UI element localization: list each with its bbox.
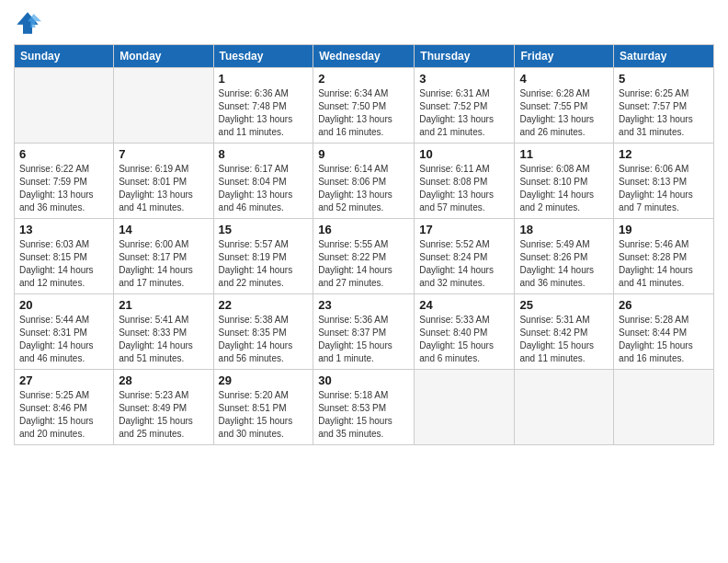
calendar-cell xyxy=(15,68,114,144)
calendar-cell: 9Sunrise: 6:14 AMSunset: 8:06 PMDaylight… xyxy=(313,144,415,219)
day-info: Sunrise: 6:31 AMSunset: 7:52 PMDaylight:… xyxy=(419,87,509,139)
day-number: 1 xyxy=(219,72,309,86)
day-info: Sunrise: 6:25 AMSunset: 7:57 PMDaylight:… xyxy=(619,87,709,139)
day-info: Sunrise: 6:14 AMSunset: 8:06 PMDaylight:… xyxy=(318,163,409,214)
calendar-cell: 4Sunrise: 6:28 AMSunset: 7:55 PMDaylight… xyxy=(515,68,614,144)
calendar-cell xyxy=(415,370,515,445)
calendar-cell: 2Sunrise: 6:34 AMSunset: 7:50 PMDaylight… xyxy=(313,68,415,144)
day-info: Sunrise: 5:55 AMSunset: 8:22 PMDaylight:… xyxy=(318,238,409,290)
day-number: 13 xyxy=(19,223,108,236)
day-number: 7 xyxy=(119,147,208,161)
calendar-week-row: 13Sunrise: 6:03 AMSunset: 8:15 PMDayligh… xyxy=(15,219,714,294)
calendar-cell xyxy=(614,370,714,445)
calendar-week-row: 27Sunrise: 5:25 AMSunset: 8:46 PMDayligh… xyxy=(15,370,714,445)
day-info: Sunrise: 6:03 AMSunset: 8:15 PMDaylight:… xyxy=(19,238,108,290)
day-number: 27 xyxy=(19,373,108,387)
calendar-cell: 21Sunrise: 5:41 AMSunset: 8:33 PMDayligh… xyxy=(114,294,213,370)
calendar-cell: 27Sunrise: 5:25 AMSunset: 8:46 PMDayligh… xyxy=(15,370,114,445)
calendar-table: SundayMondayTuesdayWednesdayThursdayFrid… xyxy=(14,44,714,445)
calendar-cell: 8Sunrise: 6:17 AMSunset: 8:04 PMDaylight… xyxy=(213,144,313,219)
calendar-cell: 24Sunrise: 5:33 AMSunset: 8:40 PMDayligh… xyxy=(415,294,515,370)
day-info: Sunrise: 5:33 AMSunset: 8:40 PMDaylight:… xyxy=(419,314,509,365)
day-info: Sunrise: 6:08 AMSunset: 8:10 PMDaylight:… xyxy=(519,163,609,214)
day-info: Sunrise: 6:36 AMSunset: 7:48 PMDaylight:… xyxy=(219,87,309,139)
day-info: Sunrise: 5:57 AMSunset: 8:19 PMDaylight:… xyxy=(219,238,309,290)
day-number: 5 xyxy=(619,72,709,86)
logo-icon xyxy=(14,9,41,37)
calendar-cell xyxy=(114,68,213,144)
calendar-cell: 7Sunrise: 6:19 AMSunset: 8:01 PMDaylight… xyxy=(114,144,213,219)
day-info: Sunrise: 6:00 AMSunset: 8:17 PMDaylight:… xyxy=(119,238,208,290)
day-number: 24 xyxy=(419,298,509,312)
day-info: Sunrise: 5:36 AMSunset: 8:37 PMDaylight:… xyxy=(318,314,409,365)
calendar-cell: 14Sunrise: 6:00 AMSunset: 8:17 PMDayligh… xyxy=(114,219,213,294)
day-number: 23 xyxy=(318,298,409,312)
calendar-week-row: 6Sunrise: 6:22 AMSunset: 7:59 PMDaylight… xyxy=(15,144,714,219)
col-header-saturday: Saturday xyxy=(614,45,714,68)
calendar-cell: 11Sunrise: 6:08 AMSunset: 8:10 PMDayligh… xyxy=(515,144,614,219)
day-info: Sunrise: 6:19 AMSunset: 8:01 PMDaylight:… xyxy=(119,163,208,214)
day-number: 6 xyxy=(19,147,108,161)
day-number: 28 xyxy=(119,373,208,387)
header xyxy=(14,9,714,37)
calendar-cell xyxy=(515,370,614,445)
day-number: 15 xyxy=(219,223,309,236)
day-number: 17 xyxy=(419,223,509,236)
calendar-cell: 3Sunrise: 6:31 AMSunset: 7:52 PMDaylight… xyxy=(415,68,515,144)
day-number: 3 xyxy=(419,72,509,86)
day-info: Sunrise: 5:44 AMSunset: 8:31 PMDaylight:… xyxy=(19,314,108,365)
day-number: 11 xyxy=(519,147,609,161)
day-number: 20 xyxy=(19,298,108,312)
day-number: 4 xyxy=(519,72,609,86)
calendar-cell: 23Sunrise: 5:36 AMSunset: 8:37 PMDayligh… xyxy=(313,294,415,370)
day-info: Sunrise: 6:28 AMSunset: 7:55 PMDaylight:… xyxy=(519,87,609,139)
day-number: 10 xyxy=(419,147,509,161)
calendar-header-row: SundayMondayTuesdayWednesdayThursdayFrid… xyxy=(15,45,714,68)
logo xyxy=(14,9,45,37)
calendar-cell: 17Sunrise: 5:52 AMSunset: 8:24 PMDayligh… xyxy=(415,219,515,294)
day-number: 19 xyxy=(619,223,709,236)
day-info: Sunrise: 6:11 AMSunset: 8:08 PMDaylight:… xyxy=(419,163,509,214)
day-number: 30 xyxy=(318,373,409,387)
day-info: Sunrise: 5:38 AMSunset: 8:35 PMDaylight:… xyxy=(219,314,309,365)
col-header-thursday: Thursday xyxy=(415,45,515,68)
calendar-cell: 20Sunrise: 5:44 AMSunset: 8:31 PMDayligh… xyxy=(15,294,114,370)
calendar-cell: 19Sunrise: 5:46 AMSunset: 8:28 PMDayligh… xyxy=(614,219,714,294)
day-info: Sunrise: 6:22 AMSunset: 7:59 PMDaylight:… xyxy=(19,163,108,214)
day-number: 25 xyxy=(519,298,609,312)
day-info: Sunrise: 5:49 AMSunset: 8:26 PMDaylight:… xyxy=(519,238,609,290)
day-info: Sunrise: 5:23 AMSunset: 8:49 PMDaylight:… xyxy=(119,389,208,441)
day-number: 26 xyxy=(619,298,709,312)
col-header-wednesday: Wednesday xyxy=(313,45,415,68)
day-info: Sunrise: 5:25 AMSunset: 8:46 PMDaylight:… xyxy=(19,389,108,441)
day-number: 16 xyxy=(318,223,409,236)
calendar-week-row: 1Sunrise: 6:36 AMSunset: 7:48 PMDaylight… xyxy=(15,68,714,144)
day-info: Sunrise: 5:20 AMSunset: 8:51 PMDaylight:… xyxy=(219,389,309,441)
page: SundayMondayTuesdayWednesdayThursdayFrid… xyxy=(0,0,728,563)
calendar-cell: 1Sunrise: 6:36 AMSunset: 7:48 PMDaylight… xyxy=(213,68,313,144)
day-number: 21 xyxy=(119,298,208,312)
calendar-cell: 18Sunrise: 5:49 AMSunset: 8:26 PMDayligh… xyxy=(515,219,614,294)
calendar-cell: 5Sunrise: 6:25 AMSunset: 7:57 PMDaylight… xyxy=(614,68,714,144)
calendar-cell: 6Sunrise: 6:22 AMSunset: 7:59 PMDaylight… xyxy=(15,144,114,219)
day-info: Sunrise: 5:18 AMSunset: 8:53 PMDaylight:… xyxy=(318,389,409,441)
day-info: Sunrise: 5:52 AMSunset: 8:24 PMDaylight:… xyxy=(419,238,509,290)
day-number: 18 xyxy=(519,223,609,236)
col-header-friday: Friday xyxy=(515,45,614,68)
day-info: Sunrise: 6:06 AMSunset: 8:13 PMDaylight:… xyxy=(619,163,709,214)
calendar-cell: 29Sunrise: 5:20 AMSunset: 8:51 PMDayligh… xyxy=(213,370,313,445)
day-number: 9 xyxy=(318,147,409,161)
calendar-cell: 26Sunrise: 5:28 AMSunset: 8:44 PMDayligh… xyxy=(614,294,714,370)
col-header-sunday: Sunday xyxy=(15,45,114,68)
calendar-cell: 16Sunrise: 5:55 AMSunset: 8:22 PMDayligh… xyxy=(313,219,415,294)
calendar-cell: 10Sunrise: 6:11 AMSunset: 8:08 PMDayligh… xyxy=(415,144,515,219)
day-number: 22 xyxy=(219,298,309,312)
day-number: 2 xyxy=(318,72,409,86)
col-header-monday: Monday xyxy=(114,45,213,68)
day-info: Sunrise: 6:17 AMSunset: 8:04 PMDaylight:… xyxy=(219,163,309,214)
col-header-tuesday: Tuesday xyxy=(213,45,313,68)
calendar-cell: 13Sunrise: 6:03 AMSunset: 8:15 PMDayligh… xyxy=(15,219,114,294)
calendar-cell: 30Sunrise: 5:18 AMSunset: 8:53 PMDayligh… xyxy=(313,370,415,445)
calendar-cell: 28Sunrise: 5:23 AMSunset: 8:49 PMDayligh… xyxy=(114,370,213,445)
day-number: 29 xyxy=(219,373,309,387)
